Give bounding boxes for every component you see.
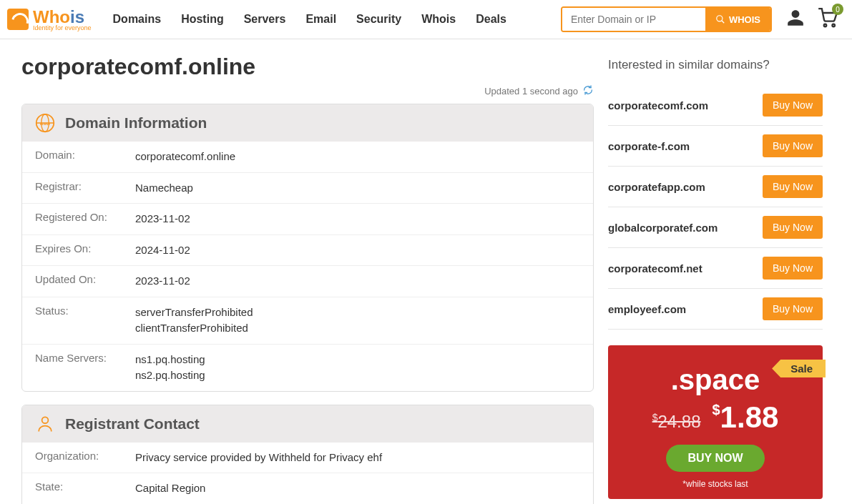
promo-buy-button[interactable]: BUY NOW bbox=[666, 445, 764, 472]
cart-badge: 0 bbox=[832, 4, 843, 15]
search-icon bbox=[715, 14, 725, 24]
info-label: Updated On: bbox=[35, 273, 135, 290]
info-row: Name Servers:ns1.pq.hostingns2.pq.hostin… bbox=[22, 344, 593, 391]
similar-domain: corporatecomf.net bbox=[608, 262, 702, 275]
nav-email[interactable]: Email bbox=[305, 13, 336, 26]
similar-row: corporate-f.comBuy Now bbox=[608, 126, 823, 167]
info-value: Namecheap bbox=[135, 180, 580, 197]
svg-point-8 bbox=[42, 417, 49, 423]
info-row: State:Capital Region bbox=[22, 473, 593, 504]
updated-text: Updated 1 second ago bbox=[484, 86, 578, 97]
info-value: ns1.pq.hostingns2.pq.hosting bbox=[135, 352, 580, 384]
logo-text: Whois bbox=[33, 7, 84, 26]
search-button[interactable]: WHOIS bbox=[705, 8, 770, 31]
info-row: Registered On:2023-11-02 bbox=[22, 203, 593, 234]
buy-now-button[interactable]: Buy Now bbox=[763, 94, 823, 117]
similar-row: globalcorporatef.comBuy Now bbox=[608, 207, 823, 248]
info-value: 2024-11-02 bbox=[135, 242, 580, 259]
info-value: corporatecomf.online bbox=[135, 149, 580, 165]
similar-title: Interested in similar domains? bbox=[608, 58, 823, 72]
logo-tagline: Identity for everyone bbox=[33, 24, 92, 31]
domain-info-title: Domain Information bbox=[65, 114, 207, 132]
info-value: 2023-11-02 bbox=[135, 211, 580, 227]
www-icon: www bbox=[35, 113, 55, 133]
similar-domain: corporate-f.com bbox=[608, 140, 690, 152]
promo-note: *while stocks last bbox=[622, 479, 808, 489]
info-value: Privacy service provided by Withheld for… bbox=[135, 450, 580, 466]
nav-security[interactable]: Security bbox=[356, 13, 401, 26]
info-label: Status: bbox=[35, 305, 135, 337]
buy-now-button[interactable]: Buy Now bbox=[763, 216, 823, 239]
svg-point-0 bbox=[717, 16, 723, 21]
info-value: Capital Region bbox=[135, 480, 580, 497]
buy-now-button[interactable]: Buy Now bbox=[763, 297, 823, 320]
info-label: Registrar: bbox=[35, 180, 135, 197]
similar-row: employeef.comBuy Now bbox=[608, 289, 823, 330]
person-icon bbox=[35, 414, 55, 434]
nav-servers[interactable]: Servers bbox=[244, 13, 286, 26]
sale-tag: Sale bbox=[772, 360, 826, 377]
info-row: Registrar:Namecheap bbox=[22, 172, 593, 204]
logo-mark-icon bbox=[7, 9, 29, 30]
promo-new-price: $1.88 bbox=[712, 400, 778, 435]
info-row: Status:serverTransferProhibitedclientTra… bbox=[22, 297, 593, 344]
page-title: corporatecomf.online bbox=[21, 54, 594, 80]
info-label: Domain: bbox=[35, 149, 135, 165]
nav-domains[interactable]: Domains bbox=[113, 13, 162, 26]
search-bar: WHOIS 0 bbox=[561, 6, 845, 32]
similar-row: corporatecomf.netBuy Now bbox=[608, 248, 823, 289]
promo-old-price: $24.88 bbox=[652, 412, 701, 432]
info-label: Organization: bbox=[35, 450, 135, 466]
search-input[interactable] bbox=[562, 8, 705, 31]
info-row: Domain:corporatecomf.online bbox=[22, 142, 593, 172]
similar-domain: employeef.com bbox=[608, 303, 686, 315]
buy-now-button[interactable]: Buy Now bbox=[763, 134, 823, 157]
similar-row: corporatefapp.comBuy Now bbox=[608, 167, 823, 207]
registrant-panel: Registrant Contact Organization:Privacy … bbox=[21, 405, 594, 505]
info-label: State: bbox=[35, 480, 135, 497]
info-row: Expires On:2024-11-02 bbox=[22, 234, 593, 266]
info-row: Organization:Privacy service provided by… bbox=[22, 443, 593, 473]
nav-hosting[interactable]: Hosting bbox=[181, 13, 224, 26]
main-nav: Domains Hosting Servers Email Security W… bbox=[113, 13, 506, 26]
nav-deals[interactable]: Deals bbox=[476, 13, 506, 26]
similar-domain: globalcorporatef.com bbox=[608, 222, 718, 234]
info-label: Name Servers: bbox=[35, 352, 135, 384]
buy-now-button[interactable]: Buy Now bbox=[763, 257, 823, 280]
svg-text:www: www bbox=[39, 121, 51, 126]
registrant-title: Registrant Contact bbox=[65, 415, 200, 433]
svg-point-3 bbox=[832, 24, 835, 27]
updated-row: Updated 1 second ago bbox=[21, 84, 594, 98]
search-button-label: WHOIS bbox=[729, 14, 760, 25]
info-value: serverTransferProhibitedclientTransferPr… bbox=[135, 305, 580, 337]
logo[interactable]: Whois Identity for everyone bbox=[7, 7, 92, 31]
similar-row: corporatecomf.comBuy Now bbox=[608, 85, 823, 126]
info-row: Updated On:2023-11-02 bbox=[22, 265, 593, 297]
header: Whois Identity for everyone Domains Host… bbox=[0, 0, 852, 39]
refresh-icon[interactable] bbox=[582, 84, 594, 98]
user-icon[interactable] bbox=[786, 9, 805, 30]
domain-info-panel: www Domain Information Domain:corporatec… bbox=[21, 104, 594, 392]
info-label: Registered On: bbox=[35, 211, 135, 227]
buy-now-button[interactable]: Buy Now bbox=[763, 175, 823, 198]
promo-box: Sale .space $24.88 $1.88 BUY NOW *while … bbox=[608, 345, 823, 499]
similar-domain: corporatecomf.com bbox=[608, 99, 708, 112]
nav-whois[interactable]: Whois bbox=[421, 13, 456, 26]
svg-line-1 bbox=[722, 21, 725, 24]
svg-point-2 bbox=[824, 24, 827, 27]
cart-icon[interactable]: 0 bbox=[818, 8, 838, 31]
similar-domain: corporatefapp.com bbox=[608, 181, 705, 193]
info-label: Expires On: bbox=[35, 242, 135, 259]
info-value: 2023-11-02 bbox=[135, 273, 580, 290]
